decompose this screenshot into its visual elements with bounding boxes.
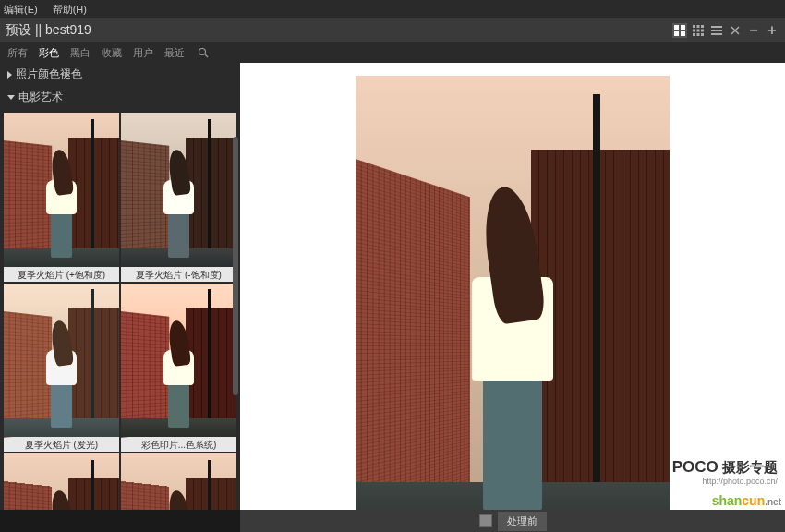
grid-large-icon[interactable] [672, 23, 687, 38]
tab-bw[interactable]: 黑白 [70, 46, 91, 60]
preset-item[interactable]: 夏季火焰片 (+饱和度) [4, 113, 119, 282]
main-area: 照片颜色褪色 电影艺术 夏季火焰片 (+饱和度) 夏季火焰片 (-饱和度) 夏季… [0, 63, 785, 510]
preset-item[interactable] [121, 453, 236, 510]
tab-all[interactable]: 所有 [7, 46, 28, 60]
svg-rect-14 [711, 30, 722, 31]
grid-small-icon[interactable] [691, 23, 706, 38]
preset-thumbnail [4, 113, 119, 267]
category-photo-fade[interactable]: 照片颜色褪色 [0, 63, 240, 86]
chevron-right-icon [7, 71, 12, 79]
tab-color[interactable]: 彩色 [39, 46, 59, 60]
preview-image [356, 76, 670, 532]
preview-area: POCO 摄影专题 http://photo.poco.cn/ shancun.… [240, 63, 785, 510]
minus-icon[interactable]: − [746, 23, 761, 38]
svg-rect-9 [701, 30, 704, 32]
preset-thumbnail [121, 284, 236, 438]
filter-tabs: 所有 彩色 黑白 收藏 用户 最近 [0, 42, 785, 63]
preset-item[interactable] [4, 453, 119, 510]
preset-item[interactable]: 夏季火焰片 (-饱和度) [121, 113, 236, 282]
chevron-down-icon [7, 95, 15, 100]
category-cinema-art[interactable]: 电影艺术 [0, 86, 240, 109]
preset-label: 夏季火焰片 (-饱和度) [121, 267, 236, 282]
collapse-icon[interactable] [728, 23, 743, 38]
svg-rect-13 [711, 26, 722, 28]
before-button[interactable]: 处理前 [498, 512, 547, 531]
tab-favorite[interactable]: 收藏 [102, 46, 122, 60]
svg-point-16 [199, 49, 206, 55]
svg-rect-15 [711, 33, 722, 35]
svg-rect-11 [697, 33, 700, 36]
preset-sidebar: 照片颜色褪色 电影艺术 夏季火焰片 (+饱和度) 夏季火焰片 (-饱和度) 夏季… [0, 63, 240, 510]
preset-item[interactable]: 夏季火焰片 (发光) [4, 284, 119, 453]
category-label: 照片颜色褪色 [16, 66, 82, 82]
panel-header: 预设 || best919 − + [0, 18, 785, 42]
svg-rect-12 [701, 33, 704, 36]
svg-line-17 [205, 54, 208, 57]
plus-icon[interactable]: + [765, 23, 779, 38]
preset-item[interactable]: 彩色印片...色系统) [121, 284, 236, 453]
search-icon[interactable] [196, 45, 211, 60]
watermark: POCO 摄影专题 http://photo.poco.cn/ [672, 458, 778, 486]
preset-thumbnail [4, 284, 119, 438]
scrollbar[interactable] [233, 137, 238, 395]
svg-rect-0 [674, 25, 679, 30]
svg-rect-5 [697, 25, 700, 28]
preset-thumbnail [121, 113, 236, 267]
preset-thumbnail [121, 453, 236, 510]
list-icon[interactable] [709, 23, 724, 38]
tab-user[interactable]: 用户 [133, 46, 153, 60]
category-label: 电影艺术 [18, 90, 63, 105]
svg-rect-1 [681, 25, 685, 30]
svg-rect-2 [674, 31, 679, 36]
view-controls: − + [672, 23, 779, 38]
before-checkbox[interactable] [479, 514, 492, 527]
panel-title: 预设 || best919 [6, 22, 91, 39]
menu-bar: 编辑(E) 帮助(H) [0, 0, 785, 18]
svg-rect-10 [693, 33, 695, 36]
menu-help[interactable]: 帮助(H) [53, 3, 87, 17]
preset-label: 夏季火焰片 (+饱和度) [4, 267, 119, 282]
svg-rect-4 [693, 25, 695, 28]
svg-rect-3 [681, 31, 685, 36]
svg-rect-8 [697, 30, 700, 32]
svg-rect-6 [701, 25, 704, 28]
menu-edit[interactable]: 编辑(E) [4, 3, 38, 17]
svg-rect-7 [693, 30, 695, 32]
bottom-bar: 处理前 [240, 510, 785, 532]
tab-recent[interactable]: 最近 [164, 46, 185, 60]
preset-label: 彩色印片...色系统) [121, 437, 236, 452]
preset-label: 夏季火焰片 (发光) [4, 437, 119, 452]
preset-thumbnail [4, 453, 119, 510]
site-watermark: shancun.net [712, 493, 781, 508]
preset-grid: 夏季火焰片 (+饱和度) 夏季火焰片 (-饱和度) 夏季火焰片 (发光) 彩色印… [0, 109, 240, 510]
